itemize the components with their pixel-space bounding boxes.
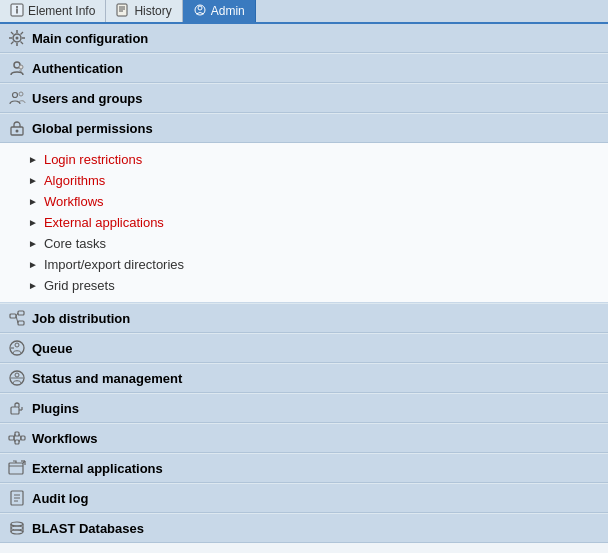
- section-workflows[interactable]: Workflows: [0, 423, 608, 453]
- plugins-icon: [8, 399, 26, 417]
- svg-line-16: [21, 42, 24, 45]
- item-algorithms[interactable]: ► Algorithms: [0, 170, 608, 191]
- global-permissions-icon: [8, 119, 26, 137]
- algorithms-label: Algorithms: [44, 173, 105, 188]
- workflows-label: Workflows: [44, 194, 104, 209]
- global-permissions-items: ► Login restrictions ► Algorithms ► Work…: [0, 143, 608, 303]
- svg-line-45: [14, 434, 15, 438]
- svg-rect-27: [10, 314, 16, 318]
- tab-history-label: History: [134, 4, 171, 18]
- section-blast-databases[interactable]: BLAST Databases: [0, 513, 608, 543]
- tab-element-info[interactable]: Element Info: [0, 0, 106, 22]
- svg-line-18: [11, 42, 14, 45]
- tab-bar: Element Info History Admin: [0, 0, 608, 24]
- svg-point-20: [19, 65, 23, 69]
- history-icon: [116, 3, 130, 19]
- svg-rect-29: [18, 321, 24, 325]
- status-management-icon: [8, 369, 26, 387]
- section-global-permissions[interactable]: Global permissions: [0, 113, 608, 143]
- section-users-and-groups[interactable]: Users and groups: [0, 83, 608, 113]
- item-core-tasks[interactable]: ► Core tasks: [0, 233, 608, 254]
- main-config-icon: [8, 29, 26, 47]
- queue-label: Queue: [32, 341, 72, 356]
- arrow-core-tasks: ►: [28, 238, 38, 249]
- svg-rect-43: [15, 440, 19, 444]
- svg-rect-41: [9, 436, 14, 440]
- svg-line-17: [21, 32, 24, 35]
- main-configuration-label: Main configuration: [32, 31, 148, 46]
- users-groups-icon: [8, 89, 26, 107]
- svg-line-46: [14, 438, 15, 442]
- blast-databases-icon: [8, 519, 26, 537]
- arrow-workflows: ►: [28, 196, 38, 207]
- tab-element-info-label: Element Info: [28, 4, 95, 18]
- item-login-restrictions[interactable]: ► Login restrictions: [0, 149, 608, 170]
- tab-admin[interactable]: Admin: [183, 0, 256, 22]
- svg-line-31: [16, 316, 18, 323]
- plugins-label: Plugins: [32, 401, 79, 416]
- svg-point-33: [15, 343, 19, 347]
- queue-icon: [8, 339, 26, 357]
- tab-history[interactable]: History: [106, 0, 182, 22]
- element-info-icon: [10, 3, 24, 19]
- admin-icon: [193, 3, 207, 19]
- import-export-label: Import/export directories: [44, 257, 184, 272]
- svg-rect-3: [117, 4, 127, 16]
- section-audit-log[interactable]: Audit log: [0, 483, 608, 513]
- arrow-import-export: ►: [28, 259, 38, 270]
- blast-databases-label: BLAST Databases: [32, 521, 144, 536]
- svg-rect-38: [11, 407, 19, 414]
- svg-point-23: [13, 93, 18, 98]
- authentication-icon: [8, 59, 26, 77]
- svg-point-36: [15, 373, 19, 377]
- item-external-applications[interactable]: ► External applications: [0, 212, 608, 233]
- external-applications-section-label: External applications: [32, 461, 163, 476]
- svg-point-8: [198, 6, 202, 10]
- core-tasks-label: Core tasks: [44, 236, 106, 251]
- grid-presets-label: Grid presets: [44, 278, 115, 293]
- section-job-distribution[interactable]: Job distribution: [0, 303, 608, 333]
- external-applications-label: External applications: [44, 215, 164, 230]
- section-queue[interactable]: Queue: [0, 333, 608, 363]
- svg-rect-44: [21, 436, 25, 440]
- item-grid-presets[interactable]: ► Grid presets: [0, 275, 608, 296]
- arrow-external-applications: ►: [28, 217, 38, 228]
- item-workflows[interactable]: ► Workflows: [0, 191, 608, 212]
- admin-content: Main configuration Authentication Users …: [0, 24, 608, 553]
- svg-line-15: [11, 32, 14, 35]
- job-distribution-icon: [8, 309, 26, 327]
- status-and-management-label: Status and management: [32, 371, 182, 386]
- svg-point-24: [19, 92, 23, 96]
- external-applications-icon: [8, 459, 26, 477]
- svg-point-10: [16, 37, 19, 40]
- svg-rect-49: [9, 463, 23, 474]
- workflows-section-label: Workflows: [32, 431, 98, 446]
- section-external-applications[interactable]: External applications: [0, 453, 608, 483]
- arrow-grid-presets: ►: [28, 280, 38, 291]
- svg-rect-42: [15, 432, 19, 436]
- audit-log-icon: [8, 489, 26, 507]
- svg-point-61: [11, 530, 23, 534]
- section-main-configuration[interactable]: Main configuration: [0, 24, 608, 53]
- svg-line-47: [19, 434, 21, 438]
- authentication-label: Authentication: [32, 61, 123, 76]
- svg-rect-28: [18, 311, 24, 315]
- tab-admin-label: Admin: [211, 4, 245, 18]
- arrow-login-restrictions: ►: [28, 154, 38, 165]
- audit-log-label: Audit log: [32, 491, 88, 506]
- svg-point-26: [16, 130, 19, 133]
- login-restrictions-label: Login restrictions: [44, 152, 142, 167]
- section-plugins[interactable]: Plugins: [0, 393, 608, 423]
- job-distribution-label: Job distribution: [32, 311, 130, 326]
- svg-point-58: [11, 522, 23, 526]
- section-authentication[interactable]: Authentication: [0, 53, 608, 83]
- arrow-algorithms: ►: [28, 175, 38, 186]
- item-import-export-directories[interactable]: ► Import/export directories: [0, 254, 608, 275]
- users-and-groups-label: Users and groups: [32, 91, 143, 106]
- section-status-and-management[interactable]: Status and management: [0, 363, 608, 393]
- workflows-icon: [8, 429, 26, 447]
- global-permissions-label: Global permissions: [32, 121, 153, 136]
